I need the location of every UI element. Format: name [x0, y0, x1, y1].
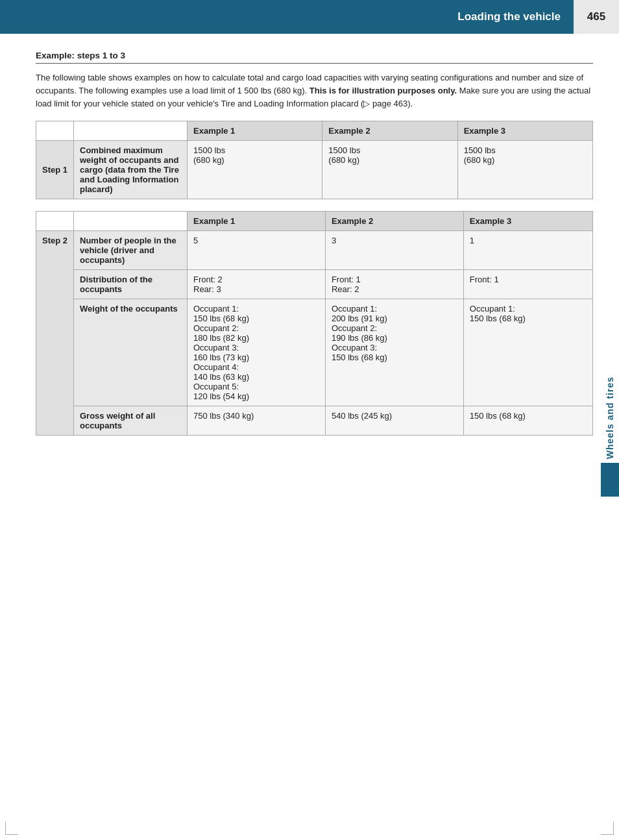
table1: Example 1 Example 2 Example 3 Step 1 Com… — [36, 121, 593, 199]
header-bar: Loading the vehicle 465 — [0, 0, 619, 34]
t2-gross-ex1: 750 lbs (340 kg) — [188, 406, 326, 436]
t2-step2-label: Step 2 — [36, 231, 74, 436]
table2-wrapper: Example 1 Example 2 Example 3 Step 2 Num… — [36, 211, 593, 436]
t2-row-people-label: Number of people in the vehicle (driver … — [74, 231, 188, 270]
corner-bl — [5, 822, 18, 835]
corner-br — [601, 822, 614, 835]
t2-header-ex2: Example 2 — [325, 212, 463, 231]
t1-ex1-val: 1500 lbs(680 kg) — [188, 141, 322, 199]
t2-people-ex3: 1 — [463, 231, 592, 270]
table-row: Step 1 Combined maximum weight of occupa… — [36, 141, 593, 199]
t2-row-weight-label: Weight of the occupants — [74, 299, 188, 406]
t2-dist-ex3: Front: 1 — [463, 270, 592, 299]
t2-weight-ex2: Occupant 1:200 lbs (91 kg) Occupant 2:19… — [325, 299, 463, 406]
table-row: Gross weight of all occupants 750 lbs (3… — [36, 406, 593, 436]
t2-people-ex1: 5 — [188, 231, 326, 270]
t2-header-empty2 — [74, 212, 188, 231]
intro-paragraph: The following table shows examples on ho… — [36, 71, 593, 110]
section-heading: Example: steps 1 to 3 — [36, 51, 593, 64]
t1-header-empty2 — [74, 121, 188, 141]
t2-dist-ex2: Front: 1Rear: 2 — [325, 270, 463, 299]
table-row: Distribution of the occupants Front: 2Re… — [36, 270, 593, 299]
table1-wrapper: Example 1 Example 2 Example 3 Step 1 Com… — [36, 121, 593, 199]
main-content: Example: steps 1 to 3 The following tabl… — [36, 39, 593, 447]
side-tab-rect — [601, 463, 619, 497]
t2-row-dist-label: Distribution of the occupants — [74, 270, 188, 299]
t1-header-ex2: Example 2 — [322, 121, 457, 141]
t2-row-gross-label: Gross weight of all occupants — [74, 406, 188, 436]
intro-bold: This is for illustration purposes only. — [310, 86, 457, 95]
table-row: Weight of the occupants Occupant 1:150 l… — [36, 299, 593, 406]
t1-ex3-val: 1500 lbs(680 kg) — [457, 141, 592, 199]
page-number: 465 — [574, 0, 619, 34]
t1-header-ex3: Example 3 — [457, 121, 592, 141]
side-tab: Wheels and tires — [601, 377, 619, 506]
t1-header-ex1: Example 1 — [188, 121, 322, 141]
t1-header-empty1 — [36, 121, 74, 141]
t2-gross-ex2: 540 lbs (245 kg) — [325, 406, 463, 436]
t2-header-empty1 — [36, 212, 74, 231]
t2-gross-ex3: 150 lbs (68 kg) — [463, 406, 592, 436]
t2-dist-ex1: Front: 2Rear: 3 — [188, 270, 326, 299]
side-tab-label: Wheels and tires — [605, 377, 615, 459]
t1-step-label: Step 1 — [36, 141, 74, 199]
t2-people-ex2: 3 — [325, 231, 463, 270]
t2-weight-ex3: Occupant 1:150 lbs (68 kg) — [463, 299, 592, 406]
t1-row-label: Combined maximum weight of occupants and… — [74, 141, 188, 199]
header-title: Loading the vehicle — [457, 10, 561, 23]
t2-header-ex1: Example 1 — [188, 212, 326, 231]
table2: Example 1 Example 2 Example 3 Step 2 Num… — [36, 211, 593, 436]
table-row: Step 2 Number of people in the vehicle (… — [36, 231, 593, 270]
t2-weight-ex1: Occupant 1:150 lbs (68 kg) Occupant 2:18… — [188, 299, 326, 406]
t1-ex2-val: 1500 lbs(680 kg) — [322, 141, 457, 199]
t2-header-ex3: Example 3 — [463, 212, 592, 231]
